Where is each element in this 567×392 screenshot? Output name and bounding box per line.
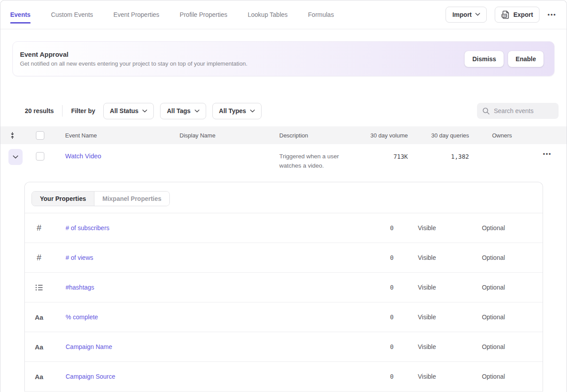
event-approval-banner: Event Approval Get notified on all new e… [12,41,555,76]
property-name-link[interactable]: #hashtags [53,284,351,291]
column-description: Description [279,132,359,139]
list-icon [35,284,43,291]
chevron-down-icon [13,155,18,159]
property-visibility: Visible [394,373,460,380]
collapse-all-icon[interactable] [0,132,25,139]
chevron-down-icon [475,13,480,16]
property-requirement: Optional [460,373,527,380]
event-name-link[interactable]: Watch Video [65,153,180,160]
search-events-input[interactable] [494,107,551,114]
types-filter-dropdown[interactable]: All Types [212,103,262,119]
svg-text:csv: csv [502,14,506,17]
property-visibility: Visible [394,343,460,350]
property-queries-value: 0 [351,343,394,350]
tab-formulas[interactable]: Formulas [308,0,334,29]
property-requirement: Optional [460,314,527,321]
csv-file-icon: csv [501,10,510,19]
tab-events-label: Events [10,11,31,18]
property-row: Aa Campaign Name 0 Visible Optional [25,332,543,362]
import-button[interactable]: Import [446,7,487,23]
vertical-divider [62,105,63,117]
search-icon [482,107,490,115]
property-queries-value: 0 [351,254,394,261]
export-button-label: Export [513,11,533,18]
property-queries-value: 0 [351,314,394,321]
text-icon: Aa [35,343,43,351]
property-row: # # of views 0 Visible Optional [25,243,543,273]
properties-tab-group: Your Properties Mixpanel Properties [31,191,170,206]
tags-filter-label: All Tags [167,107,190,114]
more-options-button[interactable]: ••• [547,11,556,18]
event-table-row: Watch Video Triggered when a user watche… [0,144,567,182]
property-name-link[interactable]: # of views [53,254,351,261]
types-filter-label: All Types [219,107,246,114]
property-name-link[interactable]: # of subscribers [53,224,351,231]
search-events-box[interactable] [477,103,559,119]
tab-lookup-tables[interactable]: Lookup Tables [248,0,288,29]
banner-buttons: Dismiss Enable [465,51,544,67]
property-queries-value: 0 [351,224,394,231]
banner-title: Event Approval [20,51,247,58]
results-count: 20 results [25,107,54,114]
text-icon: Aa [35,314,43,321]
tab-custom-events-label: Custom Events [51,11,93,18]
filter-row: 20 results Filter by All Status All Tags… [0,102,567,119]
nav-tabs: Events Custom Events Event Properties Pr… [10,0,334,29]
top-navigation: Events Custom Events Event Properties Pr… [0,0,567,29]
collapse-row-button[interactable] [8,149,23,165]
property-row: # # of subscribers 0 Visible Optional [25,213,543,243]
column-30-day-queries: 30 day queries [408,132,469,139]
tab-your-properties[interactable]: Your Properties [32,192,94,206]
property-requirement: Optional [460,284,527,291]
status-filter-dropdown[interactable]: All Status [103,103,154,119]
event-queries-value: 1,382 [408,153,469,160]
column-30-day-volume: 30 day volume [359,132,408,139]
tab-profile-properties-label: Profile Properties [180,11,227,18]
number-icon: # [37,253,42,263]
tab-lookup-tables-label: Lookup Tables [248,11,288,18]
banner-subtitle: Get notified on all new events entering … [20,60,247,67]
property-requirement: Optional [460,254,527,261]
chevron-down-icon [250,110,255,113]
status-filter-label: All Status [110,107,139,114]
filter-by-label: Filter by [71,107,95,114]
property-visibility: Visible [394,284,460,291]
tab-custom-events[interactable]: Custom Events [51,0,93,29]
chevron-down-icon [142,110,147,113]
property-requirement: Optional [460,224,527,231]
column-event-name: Event Name [65,132,180,139]
property-requirement: Optional [460,343,527,350]
event-description: Triggered when a user watches a video. [279,152,359,171]
tab-event-properties-label: Event Properties [113,11,160,18]
column-display-name: Display Name [180,132,279,139]
banner-text: Event Approval Get notified on all new e… [20,51,247,67]
property-visibility: Visible [394,224,460,231]
property-visibility: Visible [394,254,460,261]
tab-events[interactable]: Events [10,0,31,29]
tab-event-properties[interactable]: Event Properties [113,0,160,29]
tab-mixpanel-properties[interactable]: Mixpanel Properties [94,192,169,206]
select-all-checkbox[interactable] [36,131,44,140]
chevron-down-icon [195,110,199,113]
property-row: #hashtags 0 Visible Optional [25,273,543,302]
text-icon: Aa [35,373,43,380]
row-more-options-button[interactable]: ••• [528,150,567,157]
topbar-actions: Import csv Export ••• [446,7,556,23]
tags-filter-dropdown[interactable]: All Tags [160,103,206,119]
row-checkbox[interactable] [36,152,44,161]
events-table-header: Event Name Display Name Description 30 d… [0,126,567,144]
tab-profile-properties[interactable]: Profile Properties [180,0,227,29]
tab-formulas-label: Formulas [308,11,334,18]
property-name-link[interactable]: % complete [53,314,351,321]
property-queries-value: 0 [351,284,394,291]
property-visibility: Visible [394,314,460,321]
import-button-label: Import [452,11,472,18]
enable-button[interactable]: Enable [508,51,544,67]
export-button[interactable]: csv Export [495,7,540,23]
column-owners: Owners [469,132,528,139]
dismiss-button[interactable]: Dismiss [465,51,504,67]
property-name-link[interactable]: Campaign Name [53,343,351,350]
event-volume-value: 713K [359,153,408,160]
property-name-link[interactable]: Campaign Source [53,373,351,380]
number-icon: # [37,223,42,233]
